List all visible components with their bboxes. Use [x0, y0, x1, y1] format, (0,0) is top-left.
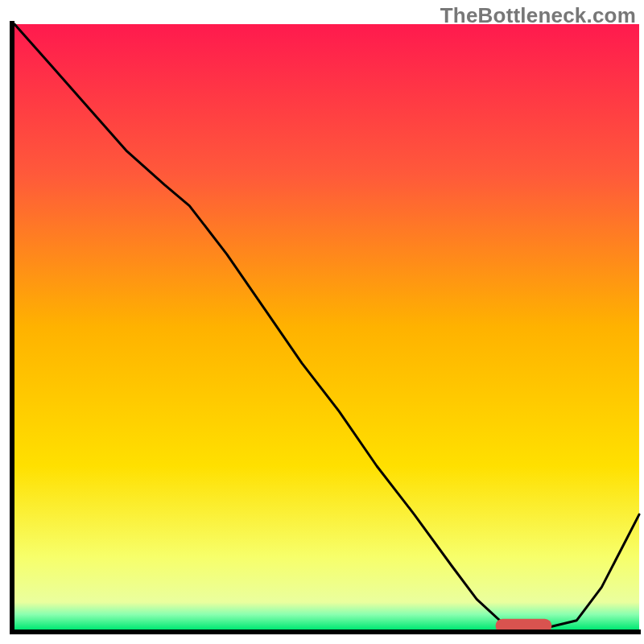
chart-svg	[0, 0, 644, 644]
watermark-text: TheBottleneck.com	[440, 3, 636, 28]
gradient-background	[14, 24, 639, 630]
bottleneck-chart: TheBottleneck.com	[0, 0, 644, 644]
